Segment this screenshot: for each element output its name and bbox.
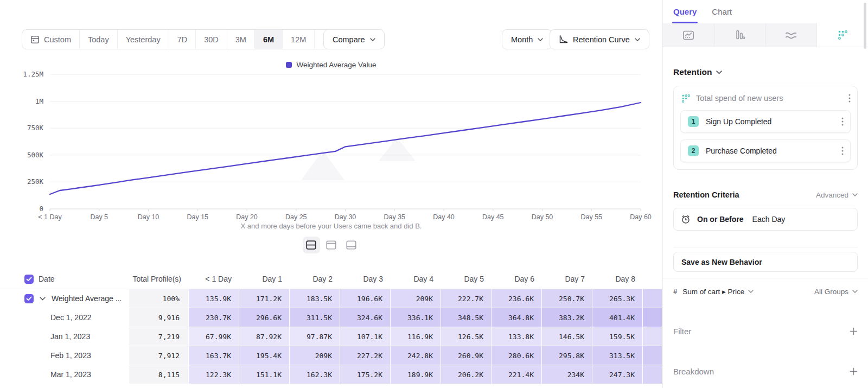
- tab-chart[interactable]: Chart: [712, 7, 732, 23]
- row-label: Feb 1, 2023: [50, 351, 91, 360]
- x-tick-label: Day 60: [630, 213, 652, 221]
- retention-value-cell: 151.1K: [239, 365, 290, 384]
- kebab-menu-icon[interactable]: [841, 147, 844, 155]
- measure-property-dropdown[interactable]: Sum of cart ▸ Price: [682, 287, 754, 296]
- flows-tab[interactable]: [766, 23, 818, 47]
- all-groups-dropdown[interactable]: All Groups: [814, 288, 858, 296]
- add-breakdown-icon[interactable]: [850, 367, 858, 376]
- row-label: Dec 1, 2022: [50, 313, 92, 322]
- date-cell: Mar 1, 2023: [0, 365, 129, 384]
- row-label: Jan 1, 2023: [50, 332, 90, 341]
- retention-window-selector[interactable]: On or Before Each Day: [673, 208, 858, 231]
- weighted-average-line: [50, 103, 641, 194]
- line-chart-tab[interactable]: [663, 23, 714, 47]
- retention-value-cell: 175.2K: [340, 365, 391, 384]
- analysis-type-dropdown[interactable]: Retention: [673, 67, 858, 77]
- retention-value-cell: 230.7K: [189, 308, 239, 327]
- chevron-down-icon: [370, 38, 375, 41]
- flows-icon: [785, 31, 797, 40]
- bar-chart-tab[interactable]: [714, 23, 766, 47]
- x-tick-label: Day 55: [580, 213, 602, 221]
- x-tick-label: < 1 Day: [38, 213, 62, 221]
- retention-value-cell: 107.1K: [340, 327, 391, 346]
- expand-row-chevron[interactable]: [40, 297, 46, 301]
- chart-top-view-toggle[interactable]: [323, 237, 340, 253]
- range-12m[interactable]: 12M: [282, 30, 314, 49]
- retention-criteria-row: Retention Criteria Advanced: [673, 190, 858, 199]
- retention-value-cell: 163.7K: [189, 346, 239, 365]
- tab-query-label: Query: [673, 7, 697, 16]
- retention-value-cell: 280.6K: [492, 346, 542, 365]
- row-checkbox[interactable]: [24, 294, 34, 303]
- range-today[interactable]: Today: [79, 30, 117, 49]
- x-tick-label: Day 45: [482, 213, 504, 221]
- y-tick-label: 1.25M: [23, 70, 43, 78]
- criteria-mode-dropdown[interactable]: Advanced: [816, 191, 858, 199]
- range-label: Custom: [44, 35, 71, 44]
- scrollbar-thumb[interactable]: [864, 3, 866, 49]
- range-3m[interactable]: 3M: [227, 30, 254, 49]
- range-label: Today: [88, 35, 109, 44]
- panel-tabs: Query Chart: [663, 0, 868, 23]
- date-header-label: Date: [39, 275, 55, 283]
- add-filter-icon[interactable]: [850, 327, 858, 335]
- granularity-label: Month: [511, 35, 533, 44]
- step-purchase-completed[interactable]: 2 Purchase Completed: [680, 139, 851, 162]
- save-as-new-behavior-button[interactable]: Save as New Behavior: [673, 252, 858, 272]
- retention-tab[interactable]: [817, 23, 868, 47]
- granularity-button[interactable]: Month: [502, 29, 552, 49]
- kebab-menu-icon[interactable]: [841, 117, 844, 126]
- x-tick-label: Day 40: [433, 213, 455, 221]
- table-row: Jan 1, 20237,21967.99K87.92K97.87K107.1K…: [0, 327, 662, 346]
- chevron-down-icon: [716, 71, 722, 74]
- range-yesterday[interactable]: Yesterday: [117, 30, 169, 49]
- retention-value-cell: 135.9K: [189, 289, 239, 308]
- split-view-icon: [306, 240, 316, 250]
- range-custom[interactable]: Custom: [22, 30, 79, 49]
- chart-type-label: Retention Curve: [573, 35, 630, 44]
- tab-query[interactable]: Query: [673, 7, 697, 23]
- date-cell: Feb 1, 2023: [0, 346, 129, 365]
- retention-value-cell: 171.2K: [239, 289, 290, 308]
- split-view-toggle[interactable]: [303, 237, 320, 253]
- chevron-down-icon: [635, 38, 640, 41]
- x-tick-label: Day 35: [384, 213, 405, 221]
- compare-button[interactable]: Compare: [323, 29, 385, 49]
- analysis-main: CustomTodayYesterday7D30D3M6M12MXTD Comp…: [0, 0, 662, 388]
- date-cell: Weighted Average ...: [0, 289, 129, 308]
- chart-type-tabs: [663, 23, 868, 47]
- range-6m[interactable]: 6M: [254, 30, 282, 49]
- range-label: 6M: [263, 35, 274, 44]
- step-number-badge: 1: [688, 116, 699, 127]
- behavior-card: Total spend of new users 1 Sign Up Compl…: [673, 86, 858, 170]
- retention-value-cell: 296.6K: [239, 308, 290, 327]
- kebab-menu-icon[interactable]: [848, 94, 851, 103]
- window-period-label: Each Day: [752, 215, 786, 224]
- retention-chart: 0250K500K750K1M1.25M< 1 DayDay 5Day 10Da…: [0, 68, 662, 226]
- chart-type-button[interactable]: Retention Curve: [550, 29, 649, 49]
- retention-value-cell: 67.99K: [189, 327, 239, 346]
- range-7d[interactable]: 7D: [169, 30, 196, 49]
- x-tick-label: Day 5: [90, 213, 108, 221]
- total-profiles-cell: 9,916: [129, 308, 189, 327]
- alarm-clock-icon: [681, 214, 691, 224]
- retention-value-cell: 401.4K: [592, 308, 643, 327]
- layout-toggle-group: [0, 237, 662, 253]
- table-bottom-view-icon: [346, 240, 356, 250]
- bar-chart-icon: [735, 30, 745, 40]
- range-label: Yesterday: [126, 35, 161, 44]
- line-chart-icon: [682, 30, 694, 40]
- table-bottom-view-toggle[interactable]: [343, 237, 360, 253]
- table-row: Mar 1, 20238,115122.3K151.1K162.3K175.2K…: [0, 365, 662, 384]
- retention-value-cell: 126.5K: [441, 327, 492, 346]
- x-axis-caption: X and more days before your Users came b…: [0, 222, 662, 230]
- retention-value-cell: 383.2K: [542, 308, 592, 327]
- total-profiles-cell: 7,219: [129, 327, 189, 346]
- clipped-value-cell: [643, 289, 662, 308]
- step-sign-up-completed[interactable]: 1 Sign Up Completed: [680, 110, 851, 133]
- retention-value-cell: 242.8K: [391, 346, 441, 365]
- retention-value-cell: 234K: [542, 365, 592, 384]
- range-30d[interactable]: 30D: [195, 30, 227, 49]
- row-label: Weighted Average ...: [52, 294, 122, 303]
- select-all-checkbox[interactable]: [24, 275, 34, 284]
